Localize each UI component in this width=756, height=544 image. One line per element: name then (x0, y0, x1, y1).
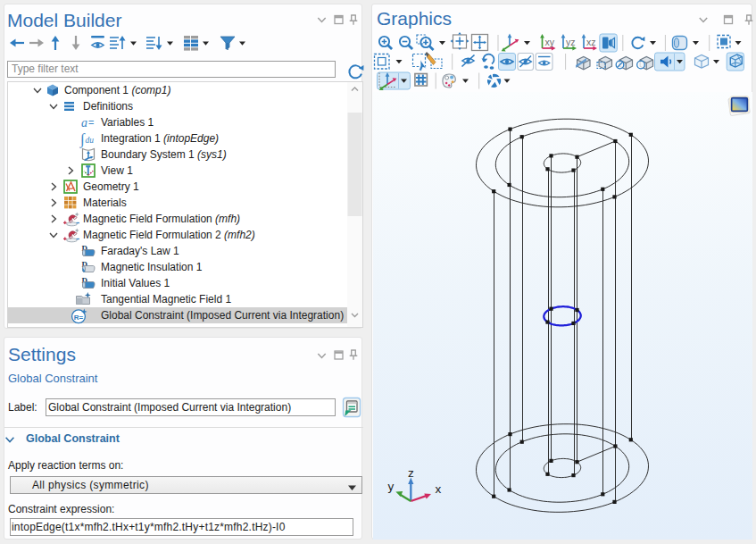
svg-text:=: = (88, 117, 94, 128)
svg-text:yz: yz (566, 37, 576, 47)
svg-text:xy: xy (545, 37, 555, 47)
svg-text:y: y (388, 480, 395, 493)
svg-text:xz: xz (586, 37, 596, 47)
svg-text:du: du (86, 136, 95, 145)
svg-text:z: z (408, 466, 414, 480)
svg-text:x: x (436, 482, 442, 496)
svg-text:R=: R= (74, 314, 84, 322)
svg-text:a: a (81, 116, 87, 130)
